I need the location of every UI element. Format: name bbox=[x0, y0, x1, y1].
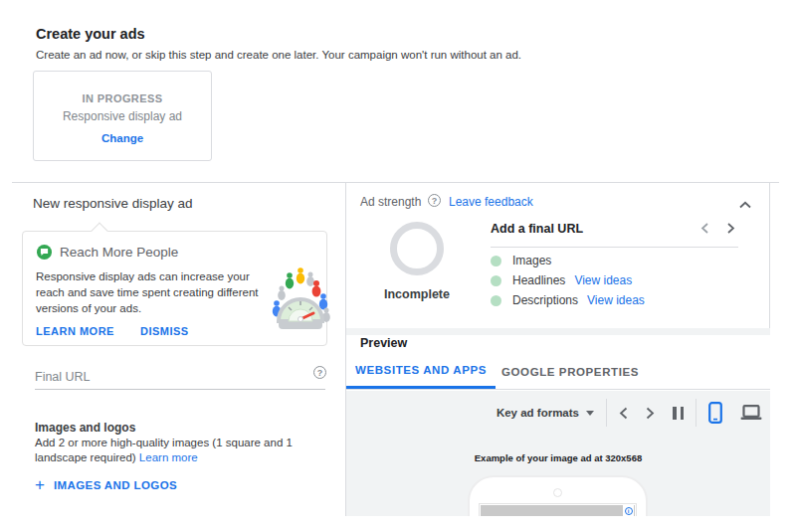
chat-bubble-icon bbox=[37, 245, 52, 260]
item-label: Headlines bbox=[512, 273, 565, 287]
format-dropdown-label: Key ad formats bbox=[497, 407, 579, 419]
promo-body: Responsive display ads can increase your… bbox=[36, 268, 278, 316]
change-link[interactable]: Change bbox=[101, 132, 143, 144]
suggestion-card: Add a final URL Images bbox=[491, 213, 738, 310]
page-subtitle: Create an ad now, or skip this step and … bbox=[36, 49, 521, 61]
add-images-label: IMAGES AND LOGOS bbox=[54, 479, 177, 491]
status-dot-icon bbox=[491, 256, 501, 266]
info-icon[interactable]: i bbox=[623, 505, 634, 516]
strength-status: Incomplete bbox=[360, 287, 474, 301]
view-ideas-link[interactable]: View ideas bbox=[587, 293, 645, 307]
chevron-right-icon[interactable] bbox=[726, 220, 735, 238]
learn-more-inline-link[interactable]: Learn more bbox=[139, 451, 198, 463]
help-icon[interactable]: ? bbox=[313, 366, 326, 379]
desktop-icon[interactable] bbox=[740, 405, 762, 421]
help-icon[interactable]: ? bbox=[428, 194, 441, 207]
ad-strength-panel: Ad strength ? Leave feedback Incomplete … bbox=[346, 183, 770, 328]
reach-gauge-illustration bbox=[269, 264, 332, 335]
tab-google-properties[interactable]: GOOGLE PROPERTIES bbox=[496, 354, 645, 389]
ad-strength-label: Ad strength bbox=[360, 195, 421, 209]
phone-screen: i bbox=[479, 503, 637, 516]
promo-title: Reach More People bbox=[60, 245, 178, 260]
format-dropdown[interactable]: Key ad formats bbox=[497, 407, 594, 419]
chevron-left-icon[interactable] bbox=[700, 220, 709, 238]
ad-format-card[interactable]: IN PROGRESS Responsive display ad Change bbox=[33, 71, 212, 161]
toolbar-divider bbox=[606, 399, 607, 427]
pause-icon[interactable] bbox=[673, 407, 684, 420]
checklist-item: Descriptions View ideas bbox=[491, 290, 738, 310]
triangle-down-icon bbox=[586, 411, 594, 416]
strength-ring bbox=[390, 222, 444, 275]
status-badge: IN PROGRESS bbox=[34, 92, 211, 104]
editor-heading: New responsive display ad bbox=[33, 196, 193, 211]
ads-editor-screen: Create your ads Create an ad now, or ski… bbox=[0, 0, 796, 532]
callout-notch bbox=[92, 223, 108, 240]
promo-card: Reach More People Responsive display ads… bbox=[22, 231, 327, 346]
preview-heading: Preview bbox=[360, 336, 407, 350]
mobile-icon[interactable] bbox=[708, 402, 722, 424]
dismiss-link[interactable]: DISMISS bbox=[140, 325, 189, 337]
checklist-item: Images bbox=[491, 251, 738, 270]
tab-websites-and-apps[interactable]: WEBSITES AND APPS bbox=[346, 354, 496, 389]
page-title: Create your ads bbox=[36, 26, 145, 42]
chevron-left-icon[interactable] bbox=[619, 407, 628, 420]
plus-icon: + bbox=[35, 476, 45, 493]
camera-icon bbox=[553, 488, 562, 497]
add-images-button[interactable]: + IMAGES AND LOGOS bbox=[35, 476, 177, 493]
status-dot-icon bbox=[491, 295, 501, 306]
chevron-right-icon[interactable] bbox=[646, 407, 655, 420]
status-dot-icon bbox=[491, 275, 501, 286]
ad-format-label: Responsive display ad bbox=[34, 109, 211, 123]
section-separator bbox=[346, 328, 770, 335]
item-label: Images bbox=[512, 254, 551, 267]
learn-more-link[interactable]: LEARN MORE bbox=[36, 325, 114, 337]
final-url-input[interactable] bbox=[35, 364, 325, 390]
ad-placeholder-bar: i bbox=[481, 505, 635, 516]
chevron-up-icon[interactable] bbox=[739, 195, 751, 213]
view-ideas-link[interactable]: View ideas bbox=[574, 273, 632, 287]
images-logos-heading: Images and logos bbox=[35, 421, 135, 435]
suggestion-title: Add a final URL bbox=[491, 222, 700, 236]
preview-toolbar: Key ad formats bbox=[497, 398, 762, 428]
leave-feedback-link[interactable]: Leave feedback bbox=[449, 195, 533, 209]
preview-tabs: WEBSITES AND APPS GOOGLE PROPERTIES bbox=[346, 354, 770, 390]
images-logos-description: Add 2 or more high-quality images (1 squ… bbox=[35, 436, 338, 465]
phone-mockup: i bbox=[468, 475, 648, 516]
checklist-item: Headlines View ideas bbox=[491, 270, 738, 290]
suggestion-divider bbox=[491, 247, 738, 248]
preview-canvas: Key ad formats bbox=[346, 391, 770, 516]
toolbar-divider bbox=[696, 399, 696, 427]
preview-caption: Example of your image ad at 320x568 bbox=[346, 452, 770, 463]
item-label: Descriptions bbox=[512, 293, 578, 307]
